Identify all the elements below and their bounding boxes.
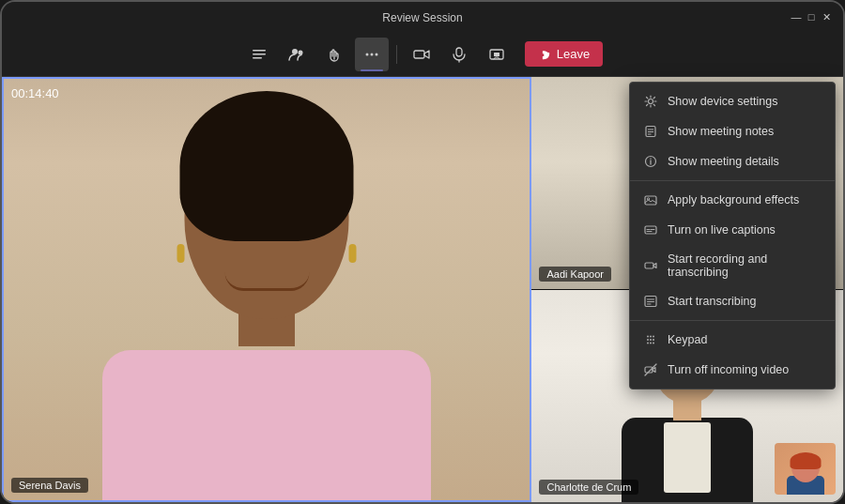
context-menu: Show device settings Show meeting notes xyxy=(629,82,836,389)
video-off-icon xyxy=(643,362,658,377)
svg-line-42 xyxy=(645,364,656,375)
more-options-button[interactable] xyxy=(355,38,389,71)
menu-item-apply-background-effects[interactable]: Apply background effects xyxy=(630,185,835,215)
svg-rect-9 xyxy=(456,48,462,56)
svg-rect-1 xyxy=(253,53,266,55)
people-icon xyxy=(288,46,305,63)
svg-point-37 xyxy=(653,339,654,341)
earring-left xyxy=(177,244,185,263)
charlotte-shirt xyxy=(664,422,711,493)
main-video: 00:14:40 Serena Davis xyxy=(2,77,531,502)
hand-icon xyxy=(326,46,343,63)
svg-point-40 xyxy=(653,343,654,344)
svg-point-33 xyxy=(650,336,652,338)
svg-point-35 xyxy=(647,339,649,341)
keypad-icon xyxy=(643,332,658,347)
separator-1 xyxy=(396,45,397,64)
raise-hand-button[interactable] xyxy=(317,38,351,71)
menu-item-show-meeting-details[interactable]: Show meeting details xyxy=(630,146,835,176)
share-button[interactable] xyxy=(480,38,514,71)
menu-item-start-transcribing[interactable]: Start transcribing xyxy=(630,286,835,316)
self-view-hair xyxy=(790,452,821,469)
menu-item-keypad[interactable]: Keypad xyxy=(630,325,835,355)
title-bar-right: — □ ✕ xyxy=(791,11,832,23)
svg-point-4 xyxy=(298,50,302,54)
hair xyxy=(180,91,354,241)
bottom-right-label: Charlotte de Crum xyxy=(539,480,638,495)
transcribe-icon xyxy=(643,294,658,309)
menu-item-start-recording-transcribing[interactable]: Start recording and transcribing xyxy=(630,245,835,286)
phone-icon xyxy=(538,48,551,61)
top-right-label: Aadi Kapoor xyxy=(539,267,611,282)
svg-point-20 xyxy=(650,158,651,159)
record-icon xyxy=(643,258,658,273)
smile xyxy=(224,272,309,291)
camera-icon xyxy=(413,46,430,63)
menu-separator-1 xyxy=(630,180,835,181)
svg-point-7 xyxy=(375,53,377,55)
svg-point-13 xyxy=(649,99,653,104)
self-view-background xyxy=(775,443,836,495)
notes-icon xyxy=(643,124,658,139)
more-dots-icon xyxy=(363,46,380,63)
svg-rect-8 xyxy=(414,51,424,58)
main-video-label: Serena Davis xyxy=(11,478,88,493)
mic-button[interactable] xyxy=(442,38,476,71)
call-timer: 00:14:40 xyxy=(11,86,59,100)
svg-point-39 xyxy=(650,343,652,344)
camera-button[interactable] xyxy=(405,38,438,71)
svg-point-3 xyxy=(292,49,298,54)
shirt xyxy=(102,350,431,500)
svg-rect-2 xyxy=(253,57,262,59)
earring-right xyxy=(349,244,357,263)
details-icon xyxy=(643,154,658,169)
background-icon xyxy=(643,192,658,207)
window-title: Review Session xyxy=(382,11,462,24)
minimize-button[interactable]: — xyxy=(791,11,802,23)
mic-icon xyxy=(451,46,468,63)
menu-item-turn-on-live-captions[interactable]: Turn on live captions xyxy=(630,215,835,245)
svg-point-5 xyxy=(365,53,368,55)
settings-icon xyxy=(643,94,658,109)
menu-item-show-device-settings[interactable]: Show device settings xyxy=(630,86,835,116)
svg-point-36 xyxy=(650,339,652,341)
svg-point-38 xyxy=(647,343,649,344)
svg-rect-21 xyxy=(645,196,656,205)
svg-point-32 xyxy=(647,336,649,338)
toolbar: Leave xyxy=(2,32,843,77)
menu-item-turn-off-incoming-video[interactable]: Turn off incoming video xyxy=(630,355,835,385)
svg-rect-12 xyxy=(494,53,499,56)
title-bar: Review Session — □ ✕ xyxy=(2,2,843,32)
title-bar-center: Review Session xyxy=(382,8,462,25)
meeting-chat-button[interactable] xyxy=(242,38,276,71)
svg-point-6 xyxy=(370,53,373,55)
share-icon xyxy=(488,46,505,63)
close-button[interactable]: ✕ xyxy=(821,11,832,23)
menu-separator-2 xyxy=(630,320,835,321)
maximize-button[interactable]: □ xyxy=(806,11,817,23)
svg-point-34 xyxy=(653,336,654,338)
svg-rect-27 xyxy=(645,263,653,268)
tablet-frame: Review Session — □ ✕ xyxy=(0,0,845,504)
svg-rect-0 xyxy=(253,50,266,52)
main-video-background xyxy=(4,79,530,500)
captions-icon xyxy=(643,222,658,237)
leave-button[interactable]: Leave xyxy=(525,41,603,67)
self-view-thumbnail xyxy=(775,443,836,495)
list-icon xyxy=(251,46,268,63)
self-view-person xyxy=(787,452,824,495)
menu-item-show-meeting-notes[interactable]: Show meeting notes xyxy=(630,116,835,146)
people-button[interactable] xyxy=(280,38,314,71)
